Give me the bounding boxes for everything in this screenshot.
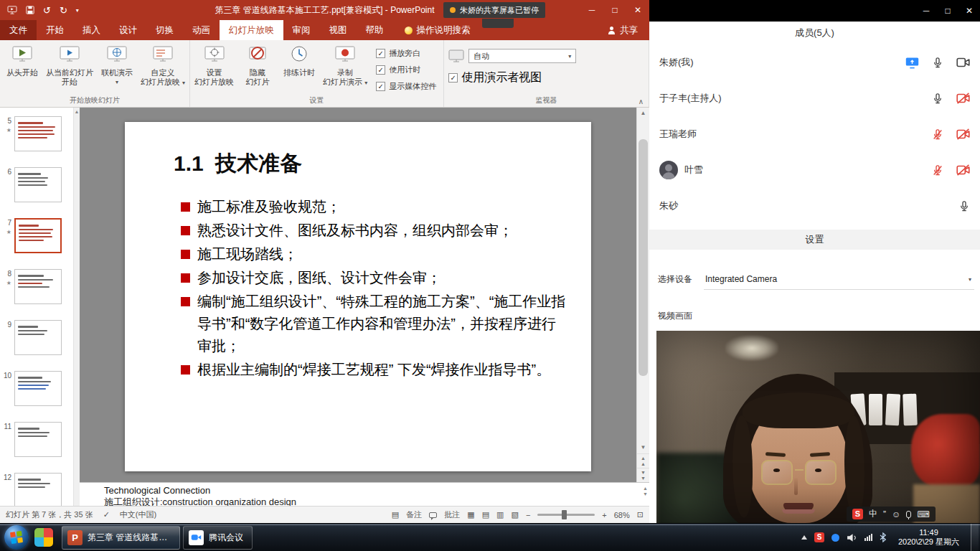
from-beginning-button[interactable]: 从头开始 — [1, 42, 43, 77]
hidden-icons-icon[interactable] — [801, 535, 807, 540]
close-button[interactable]: ✕ — [626, 0, 649, 20]
mic-on-icon[interactable] — [932, 93, 943, 105]
zoom-slider[interactable] — [537, 514, 595, 516]
member-row[interactable]: 于子丰(主持人) — [649, 80, 980, 116]
set-up-slideshow-button[interactable]: 设置 幻灯片放映 — [192, 42, 237, 87]
member-row[interactable]: 王瑞老师 — [649, 116, 980, 152]
comments-toggle[interactable]: 批注 — [444, 509, 460, 520]
member-row[interactable]: 叶雪 — [649, 152, 980, 188]
browser-icon[interactable] — [34, 528, 53, 547]
scroll-down-button[interactable]: ▼ — [637, 442, 649, 453]
sogou-tray-icon[interactable]: S — [814, 532, 824, 542]
collapse-ribbon-icon[interactable]: ∧ — [639, 98, 644, 105]
tab-home[interactable]: 开始 — [37, 20, 73, 40]
share-toolbar-collapsed[interactable] — [482, 19, 514, 28]
scrollbar-track[interactable] — [637, 119, 649, 442]
volume-icon[interactable] — [847, 533, 857, 542]
from-current-slide-button[interactable]: 从当前幻灯片 开始 — [43, 42, 96, 87]
voice-input-icon[interactable] — [906, 511, 911, 518]
start-button[interactable] — [4, 525, 29, 550]
use-timings-checkbox[interactable]: ✓使用计时 — [376, 65, 436, 75]
rehearse-timings-button[interactable]: 排练计时 — [278, 42, 320, 77]
ime-chinese-icon[interactable]: 中 — [869, 508, 877, 520]
save-icon[interactable] — [26, 6, 34, 14]
notes-toggle[interactable]: 备注 — [406, 509, 422, 520]
camera-off-icon[interactable] — [956, 164, 970, 176]
zoom-percentage[interactable]: 68% — [614, 511, 630, 519]
canvas-scrollbar[interactable]: ▲ ▼ ▲▲ ▼▼ — [636, 108, 649, 482]
slide-canvas[interactable]: 1.1 技术准备 施工标准及验收规范； 熟悉设计文件、图纸及标书内容，组织内部会… — [80, 108, 636, 482]
soft-keyboard-icon[interactable]: ⌨ — [917, 509, 929, 519]
slide-sorter-view-button[interactable]: ▤ — [482, 510, 489, 519]
emoji-icon[interactable]: ☺ — [892, 509, 900, 519]
slide-thumbnail[interactable] — [14, 473, 62, 506]
minimize-button[interactable]: ─ — [915, 0, 937, 22]
tab-design[interactable]: 设计 — [110, 20, 146, 40]
present-online-button[interactable]: 联机演示 ▾ — [96, 42, 138, 87]
camera-on-icon[interactable] — [956, 57, 970, 68]
record-slideshow-button[interactable]: 录制 幻灯片演示 ▾ — [320, 42, 370, 88]
show-desktop-button[interactable] — [971, 524, 979, 551]
zoom-in-button[interactable]: + — [602, 511, 606, 519]
maximize-button[interactable]: □ — [603, 0, 626, 20]
next-slide-button[interactable]: ▼▼ — [637, 468, 649, 482]
slide-thumbnail[interactable] — [14, 320, 62, 355]
mic-off-icon[interactable] — [932, 164, 943, 176]
show-media-controls-checkbox[interactable]: ✓显示媒体控件 — [376, 81, 436, 92]
tab-transitions[interactable]: 切换 — [146, 20, 183, 40]
redo-icon[interactable]: ↻ — [60, 5, 67, 16]
member-row[interactable]: 朱砂 — [649, 188, 980, 224]
camera-device-dropdown[interactable]: Integrated Camera ▾ — [704, 271, 974, 290]
start-slideshow-icon[interactable] — [7, 6, 17, 14]
slide-thumbnail[interactable] — [14, 116, 62, 151]
taskbar-meeting-button[interactable]: 腾讯会议 — [183, 526, 253, 550]
slide-thumbnail[interactable] — [14, 371, 62, 406]
tell-me-search[interactable]: 操作说明搜索 — [405, 20, 471, 40]
ime-punctuation-icon[interactable]: ” — [883, 509, 886, 519]
powerpoint-titlebar[interactable]: ↺ ↻ ▾ 第三章 管道线路基本施工工艺.ppt[兼容模式] - PowerPo… — [0, 0, 649, 20]
slide-thumbnail[interactable] — [14, 167, 62, 202]
mic-on-icon[interactable] — [932, 57, 943, 69]
slide-thumbnail[interactable] — [14, 269, 62, 304]
minimize-button[interactable]: ─ — [580, 0, 603, 20]
scroll-up-button[interactable]: ▲ — [637, 108, 649, 119]
tab-help[interactable]: 帮助 — [357, 20, 393, 40]
tab-file[interactable]: 文件 — [0, 20, 37, 40]
screen-share-paused-toast[interactable]: 朱娇的共享屏幕已暂停 — [443, 2, 545, 18]
language-indicator[interactable]: 中文(中国) — [120, 509, 156, 520]
network-icon[interactable] — [864, 534, 872, 541]
mic-off-icon[interactable] — [932, 128, 943, 141]
member-row[interactable]: 朱娇(我) — [649, 44, 980, 80]
zoom-out-button[interactable]: − — [526, 511, 530, 519]
custom-slideshow-button[interactable]: 自定义 幻灯片放映 ▾ — [138, 42, 188, 88]
tab-insert[interactable]: 插入 — [73, 20, 110, 40]
maximize-button[interactable]: □ — [937, 0, 958, 22]
tab-view[interactable]: 视图 — [320, 20, 357, 40]
meeting-titlebar[interactable]: ─ □ ✕ — [649, 0, 980, 22]
tab-slideshow[interactable]: 幻灯片放映 — [220, 20, 283, 40]
previous-slide-button[interactable]: ▲▲ — [637, 453, 649, 468]
bluetooth-icon[interactable] — [880, 532, 887, 542]
notes-pane[interactable]: Technological Connection 施工组织设计:construc… — [80, 482, 649, 506]
tab-animations[interactable]: 动画 — [183, 20, 220, 40]
taskbar-clock[interactable]: 11:49 2020\2\29 星期六 — [894, 528, 963, 547]
use-presenter-view-checkbox[interactable]: ✓ 使用演示者视图 — [448, 70, 576, 85]
undo-icon[interactable]: ↺ — [43, 5, 51, 16]
tab-review[interactable]: 审阅 — [283, 20, 320, 40]
hide-slide-button[interactable]: 隐藏 幻灯片 — [237, 42, 278, 87]
scrollbar-thumb[interactable] — [639, 139, 648, 376]
reading-view-button[interactable]: ▥ — [496, 510, 504, 519]
monitor-dropdown[interactable]: 自动 ▾ — [468, 49, 576, 63]
slide[interactable]: 1.1 技术准备 施工标准及验收规范； 熟悉设计文件、图纸及标书内容，组织内部会… — [125, 122, 591, 471]
slideshow-view-button[interactable]: ▧ — [511, 510, 518, 519]
share-button[interactable]: 共享 — [608, 20, 638, 40]
meeting-tray-icon[interactable] — [831, 534, 839, 542]
screen-share-icon[interactable] — [905, 57, 919, 69]
spellcheck-icon[interactable]: ✓ — [103, 510, 110, 519]
close-button[interactable]: ✕ — [958, 0, 980, 22]
fit-to-window-button[interactable]: ⊡ — [637, 510, 644, 519]
normal-view-button[interactable]: ▦ — [467, 510, 474, 519]
slide-thumbnail[interactable] — [14, 422, 62, 457]
play-narrations-checkbox[interactable]: ✓播放旁白 — [376, 48, 436, 59]
zoom-slider-thumb[interactable] — [562, 510, 567, 519]
